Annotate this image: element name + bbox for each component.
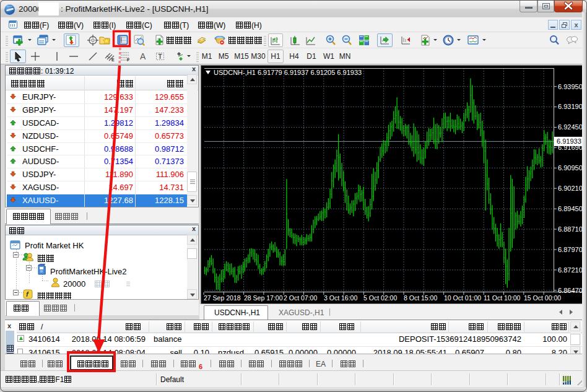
svg-text:E: E: [111, 58, 115, 62]
svg-text:T: T: [159, 53, 162, 60]
svg-text:F: F: [127, 58, 130, 62]
